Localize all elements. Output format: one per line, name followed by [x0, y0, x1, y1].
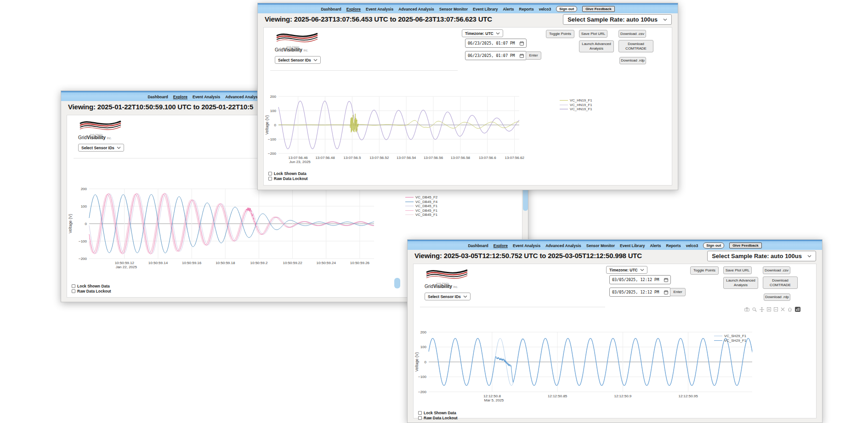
- nav-item-dashboard[interactable]: Dashboard: [468, 243, 488, 248]
- download-comtrade-button[interactable]: Download COMTRADE: [618, 40, 653, 52]
- nav-item-event-library[interactable]: Event Library: [473, 7, 498, 11]
- nav-item-alerts[interactable]: Alerts: [503, 7, 514, 11]
- legend-item[interactable]: VC_HN19_F1: [560, 103, 592, 107]
- legend-item[interactable]: VC_DB45_F1: [405, 204, 437, 209]
- checkbox-icon[interactable]: [72, 284, 75, 288]
- nav-item-alerts[interactable]: Alerts: [650, 243, 661, 248]
- end-datetime-input[interactable]: 06/23/2025, 01:07 PM: [465, 51, 527, 60]
- camera-icon[interactable]: [744, 307, 749, 311]
- toggle-points-button[interactable]: Toggle Points: [546, 30, 574, 38]
- nav-bar: DashboardExploreEvent AnalysisAdvanced A…: [408, 240, 822, 250]
- zoom-out-icon[interactable]: [774, 307, 778, 311]
- sensor-ids-select[interactable]: Select Sensor IDs: [78, 144, 124, 152]
- start-datetime-input[interactable]: 03/05/2025, 12:12 PM: [609, 275, 671, 284]
- nav-item-reports[interactable]: Reports: [666, 243, 681, 248]
- checkbox-icon[interactable]: [268, 172, 272, 175]
- nav-item-event-analysis[interactable]: Event Analysis: [513, 243, 540, 248]
- x-tick-label: 10:50:59.16: [182, 261, 202, 265]
- nav-item-explore[interactable]: Explore: [494, 243, 508, 248]
- nav-item-explore[interactable]: Explore: [346, 7, 361, 11]
- logo-wordmark: GridVisibility inc.: [425, 284, 471, 289]
- logo-text-visibility: Visibility: [433, 284, 452, 289]
- legend-label: VC_DB45_F4: [415, 200, 437, 204]
- nav-item-reports[interactable]: Reports: [519, 7, 534, 11]
- scrollbar-thumb[interactable]: [394, 278, 400, 288]
- nav-item-velco3[interactable]: velco3: [539, 7, 551, 11]
- section-divider: [74, 158, 283, 158]
- pan-icon[interactable]: [760, 307, 764, 312]
- enter-button[interactable]: Enter: [526, 51, 541, 60]
- checkbox-icon[interactable]: [418, 411, 422, 415]
- y-tick-label: 200: [81, 187, 87, 191]
- checkbox-icon[interactable]: [72, 289, 75, 293]
- logo-wordmark: GridVisibility inc.: [275, 47, 321, 52]
- download-rdp-button[interactable]: Download .rdp: [619, 57, 646, 64]
- data-option-checkboxes: Lock Shown DataRaw Data Lockout: [72, 283, 111, 293]
- y-tick-label: −200: [418, 390, 427, 394]
- start-datetime-input[interactable]: 06/23/2025, 01:07 PM: [465, 39, 527, 48]
- download-csv-button[interactable]: Download .csv: [763, 266, 790, 274]
- end-datetime-input[interactable]: 03/05/2025, 12:12 PM: [609, 288, 671, 297]
- legend-item[interactable]: VC_DB45_F1: [405, 213, 437, 217]
- nav-item-dashboard[interactable]: Dashboard: [148, 95, 168, 99]
- timezone-label: Timezone: UTC: [465, 31, 494, 36]
- y-tick-label: 0: [425, 360, 427, 364]
- timezone-select[interactable]: Timezone: UTC: [462, 29, 503, 37]
- download-rdp-button[interactable]: Download .rdp: [764, 293, 790, 301]
- data-option-checkboxes: Lock Shown DataRaw Data Lockout: [268, 171, 308, 181]
- x-tick-label: 10:50:59.12: [115, 261, 135, 265]
- launch-advanced-analysis-button[interactable]: Launch Advanced Analysis: [723, 277, 758, 289]
- nav-item-advanced-analysis[interactable]: Advanced Analysis: [225, 95, 261, 99]
- save-plot-url-button[interactable]: Save Plot URL: [579, 30, 607, 38]
- plotly-logo-icon[interactable]: [795, 307, 800, 312]
- legend-item[interactable]: VC_SH29_F1: [714, 334, 746, 338]
- sign-out-button[interactable]: Sign out: [703, 243, 724, 248]
- zoom-in-icon[interactable]: [767, 307, 771, 311]
- enter-button[interactable]: Enter: [670, 288, 686, 296]
- save-plot-url-button[interactable]: Save Plot URL: [723, 266, 752, 274]
- legend-item[interactable]: VC_DB45_F2: [405, 195, 437, 200]
- download-comtrade-button[interactable]: Download COMTRADE: [763, 276, 798, 289]
- timezone-label: Timezone: UTC: [609, 268, 638, 272]
- end-datetime-value: 03/05/2025, 12:12 PM: [612, 290, 659, 294]
- legend-item[interactable]: VC_HN19_F1: [560, 107, 592, 112]
- main-panel: high fidelityGridVisibility inc. Select …: [263, 27, 672, 186]
- start-datetime-value: 03/05/2025, 12:12 PM: [612, 277, 659, 282]
- nav-item-velco3[interactable]: velco3: [686, 243, 698, 248]
- timezone-select[interactable]: Timezone: UTC: [606, 266, 647, 274]
- nav-item-dashboard[interactable]: Dashboard: [321, 7, 341, 11]
- nav-item-explore[interactable]: Explore: [173, 95, 187, 99]
- legend-item[interactable]: VC_HN19_F1: [560, 98, 592, 103]
- reset-axes-icon[interactable]: [788, 307, 792, 311]
- chart-canvas[interactable]: 2001000−100−20013:07:56.46Jun 23, 202513…: [265, 73, 669, 167]
- series-line-VC_HN19_F1: [278, 114, 519, 133]
- zoom-icon[interactable]: [752, 307, 757, 312]
- sample-rate-select[interactable]: Select Sample Rate: auto 100us: [707, 251, 816, 261]
- nav-item-advanced-analysis[interactable]: Advanced Analysis: [545, 243, 581, 248]
- logo-text-inc: inc.: [107, 136, 112, 140]
- nav-item-event-analysis[interactable]: Event Analysis: [193, 95, 220, 99]
- toggle-points-button[interactable]: Toggle Points: [690, 266, 719, 275]
- sign-out-button[interactable]: Sign out: [556, 6, 577, 12]
- nav-item-sensor-monitor[interactable]: Sensor Monitor: [439, 7, 468, 11]
- sensor-ids-select[interactable]: Select Sensor IDs: [275, 56, 321, 64]
- sensor-ids-select[interactable]: Select Sensor IDs: [425, 293, 471, 300]
- y-tick-label: −100: [418, 375, 427, 379]
- chart-canvas[interactable]: 2001000−100−20012:12:50.8Mar 5, 202512:1…: [414, 316, 816, 407]
- sample-rate-select[interactable]: Select Sample Rate: auto 100us: [563, 14, 672, 25]
- launch-advanced-analysis-button[interactable]: Launch Advanced Analysis: [579, 40, 614, 52]
- legend-item[interactable]: VC_DB45_F1: [405, 209, 437, 213]
- nav-item-event-library[interactable]: Event Library: [620, 243, 645, 248]
- download-csv-button[interactable]: Download .csv: [618, 30, 646, 38]
- nav-item-advanced-analysis[interactable]: Advanced Analysis: [398, 7, 434, 11]
- nav-item-sensor-monitor[interactable]: Sensor Monitor: [586, 243, 615, 248]
- legend-item[interactable]: VC_SH29_F1: [714, 338, 746, 343]
- checkbox-icon[interactable]: [268, 177, 272, 180]
- checkbox-icon[interactable]: [418, 416, 422, 420]
- give-feedback-button[interactable]: Give Feedback: [582, 6, 614, 12]
- autoscale-icon[interactable]: [781, 307, 785, 311]
- give-feedback-button[interactable]: Give Feedback: [729, 243, 761, 248]
- nav-item-event-analysis[interactable]: Event Analysis: [366, 7, 393, 11]
- y-tick-label: −100: [79, 239, 87, 243]
- legend-item[interactable]: VC_DB45_F4: [405, 200, 437, 204]
